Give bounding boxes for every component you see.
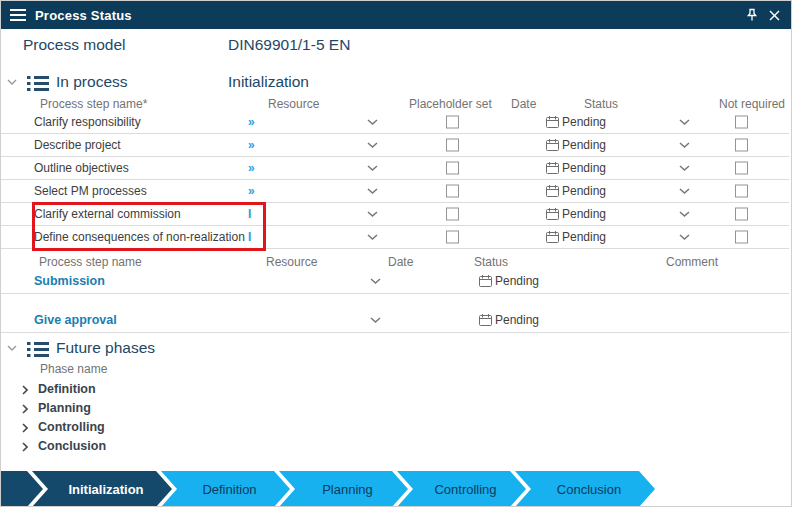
phase-chevron-definition[interactable]: Definition (161, 471, 290, 507)
list-item: Definition (1, 381, 791, 400)
col-process-step-name: Process step name* (40, 97, 147, 111)
placeholder-set-checkbox[interactable] (446, 162, 459, 175)
col-comment: Comment (666, 255, 718, 269)
status-value[interactable]: Pending (495, 274, 539, 288)
col-status: Status (474, 255, 508, 269)
calendar-icon[interactable] (546, 231, 559, 244)
calendar-icon[interactable] (479, 275, 492, 288)
calendar-icon[interactable] (546, 162, 559, 175)
expand-caret-icon[interactable] (22, 385, 28, 395)
col-date: Date (388, 255, 413, 269)
titlebar: Process Status (1, 1, 791, 29)
phase-chevron-controlling[interactable]: Controlling (397, 471, 526, 507)
not-required-checkbox[interactable] (735, 185, 748, 198)
placeholder-set-checkbox[interactable] (446, 116, 459, 129)
window-title: Process Status (35, 8, 132, 23)
placeholder-set-checkbox[interactable] (446, 139, 459, 152)
phase-name[interactable]: Controlling (38, 420, 105, 434)
list-item: Conclusion (1, 438, 791, 457)
col-date: Date (511, 97, 536, 111)
resource-value[interactable]: » (248, 138, 255, 152)
collapse-caret-icon[interactable] (7, 345, 17, 351)
col-phase-name: Phase name (40, 362, 107, 376)
resource-dropdown-icon[interactable] (370, 317, 381, 323)
resource-value[interactable]: » (248, 115, 255, 129)
phase-chevron-conclusion[interactable]: Conclusion (515, 471, 655, 507)
phase-name[interactable]: Conclusion (38, 439, 106, 453)
col-placeholder-set: Placeholder set (409, 97, 492, 111)
expand-caret-icon[interactable] (22, 442, 28, 452)
calendar-icon[interactable] (546, 139, 559, 152)
status-dropdown-icon[interactable] (679, 142, 690, 148)
table-row: Describe project » Pending (1, 134, 789, 157)
milestone-link[interactable]: Submission (34, 274, 105, 288)
resource-dropdown-icon[interactable] (370, 278, 381, 284)
phase-chevron-initialization[interactable]: Initialization (32, 471, 172, 507)
resource-value[interactable]: I (248, 207, 251, 221)
status-value[interactable]: Pending (495, 313, 539, 327)
hamburger-menu-icon[interactable] (10, 9, 26, 21)
calendar-icon[interactable] (546, 116, 559, 129)
resource-dropdown-icon[interactable] (367, 234, 378, 240)
calendar-icon[interactable] (546, 208, 559, 221)
pin-icon[interactable] (741, 5, 763, 25)
list-icon (27, 341, 49, 358)
table-row: Select PM processes » Pending (1, 180, 789, 203)
resource-value[interactable]: » (248, 161, 255, 175)
resource-dropdown-icon[interactable] (367, 211, 378, 217)
status-dropdown-icon[interactable] (679, 188, 690, 194)
status-value[interactable]: Pending (562, 230, 606, 244)
in-process-section-header: In process Initialization (1, 72, 791, 94)
resource-dropdown-icon[interactable] (367, 142, 378, 148)
col-resource: Resource (268, 97, 319, 111)
status-value[interactable]: Pending (562, 115, 606, 129)
step-name-field[interactable]: Define consequences of non-realization (34, 230, 245, 244)
phase-name[interactable]: Definition (38, 382, 96, 396)
status-value[interactable]: Pending (562, 207, 606, 221)
placeholder-set-checkbox[interactable] (446, 185, 459, 198)
expand-caret-icon[interactable] (22, 423, 28, 433)
status-dropdown-icon[interactable] (679, 211, 690, 217)
future-phases-title: Future phases (56, 339, 155, 357)
not-required-checkbox[interactable] (735, 116, 748, 129)
status-dropdown-icon[interactable] (679, 234, 690, 240)
step-name-field[interactable]: Clarify external commission (34, 207, 181, 221)
phase-progress-bar: Initialization Definition Planning Contr… (1, 471, 655, 507)
step-name-field[interactable]: Outline objectives (34, 161, 129, 175)
table-row: Clarify external commission I Pending (1, 203, 789, 226)
expand-caret-icon[interactable] (22, 404, 28, 414)
step-name-field[interactable]: Describe project (34, 138, 121, 152)
step-name-field[interactable]: Select PM processes (34, 184, 147, 198)
milestone-link[interactable]: Give approval (34, 313, 117, 327)
phase-bar-stub (1, 471, 43, 507)
not-required-checkbox[interactable] (735, 139, 748, 152)
process-status-window: Process Status Process model DIN69901/1-… (0, 0, 792, 507)
phase-name[interactable]: Planning (38, 401, 91, 415)
not-required-checkbox[interactable] (735, 162, 748, 175)
status-value[interactable]: Pending (562, 184, 606, 198)
status-dropdown-icon[interactable] (679, 165, 690, 171)
not-required-checkbox[interactable] (735, 231, 748, 244)
phase-chevron-planning[interactable]: Planning (279, 471, 408, 507)
calendar-icon[interactable] (546, 185, 559, 198)
resource-value[interactable]: I (248, 230, 251, 244)
table-row: Give approval Pending (1, 308, 789, 333)
future-phases-section-header: Future phases (1, 338, 791, 360)
list-item: Controlling (1, 419, 791, 438)
calendar-icon[interactable] (479, 314, 492, 327)
status-dropdown-icon[interactable] (679, 119, 690, 125)
placeholder-set-checkbox[interactable] (446, 208, 459, 221)
close-icon[interactable] (763, 5, 785, 25)
step-name-field[interactable]: Clarify responsibility (34, 115, 141, 129)
resource-dropdown-icon[interactable] (367, 119, 378, 125)
resource-dropdown-icon[interactable] (367, 188, 378, 194)
resource-value[interactable]: » (248, 184, 255, 198)
process-model-value: DIN69901/1-5 EN (228, 36, 350, 54)
placeholder-set-checkbox[interactable] (446, 231, 459, 244)
resource-dropdown-icon[interactable] (367, 165, 378, 171)
collapse-caret-icon[interactable] (7, 79, 17, 85)
status-value[interactable]: Pending (562, 161, 606, 175)
status-value[interactable]: Pending (562, 138, 606, 152)
not-required-checkbox[interactable] (735, 208, 748, 221)
col-not-required: Not required (719, 97, 785, 111)
